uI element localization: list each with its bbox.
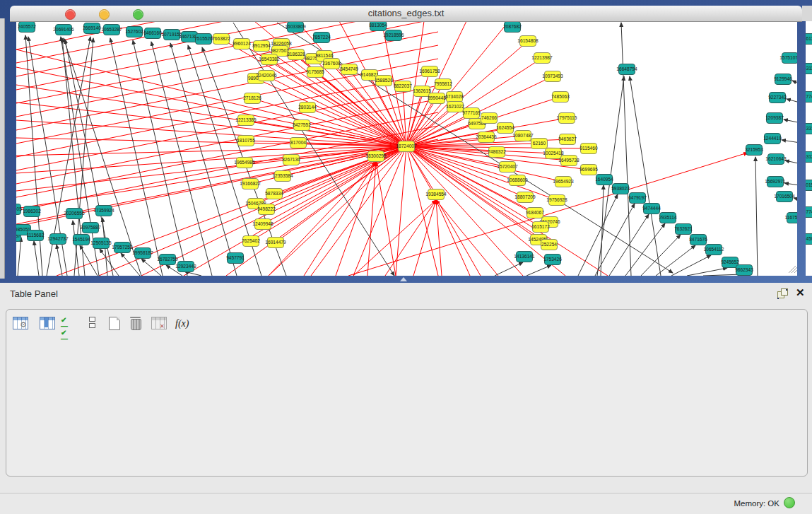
graph-node[interactable]: 2405572: [18, 22, 36, 33]
graph-node[interactable]: 62160: [531, 139, 548, 149]
show-column-icon[interactable]: [40, 317, 55, 329]
graph-node[interactable]: 15720407: [497, 162, 518, 173]
close-icon[interactable]: ✕: [796, 286, 805, 300]
graph-node[interactable]: 1615172: [531, 222, 550, 233]
graph-node[interactable]: 1861305: [801, 34, 812, 45]
graph-node[interactable]: 9699695: [579, 165, 598, 175]
graph-node[interactable]: 15692971: [765, 177, 786, 187]
graph-node[interactable]: 2669140: [83, 23, 101, 34]
graph-node[interactable]: 7485063: [551, 92, 570, 103]
graph-node[interactable]: 16914479: [265, 238, 286, 248]
graph-node[interactable]: 7632621: [674, 224, 693, 235]
panel-resize-handle[interactable]: [400, 277, 407, 281]
graph-node[interactable]: 9457791: [226, 253, 245, 264]
graph-node[interactable]: 817004: [290, 138, 307, 148]
graph-node[interactable]: 9184067: [526, 208, 544, 218]
graph-node[interactable]: 16782759: [157, 255, 178, 265]
graph-node[interactable]: 8427552: [293, 120, 311, 131]
select-all-icon[interactable]: ✔ —✔ —: [61, 317, 73, 342]
delete-column-icon[interactable]: [131, 317, 141, 330]
graph-node[interactable]: 8186328: [287, 49, 305, 60]
graph-node[interactable]: 1810755: [237, 136, 255, 146]
graph-node[interactable]: 1631154: [801, 64, 812, 74]
graph-node[interactable]: 9463627: [558, 134, 577, 145]
graph-node[interactable]: 7663822: [212, 34, 230, 45]
graph-node[interactable]: 19166822: [240, 179, 261, 189]
graph-node[interactable]: 1244419: [763, 134, 782, 144]
graph-node[interactable]: 12505135: [90, 238, 112, 249]
graph-node[interactable]: 8471676: [689, 235, 707, 245]
graph-node[interactable]: 1433115: [801, 124, 812, 134]
graph-node[interactable]: 8912954: [252, 41, 271, 52]
table-mode-icon[interactable]: ⚙: [13, 317, 28, 329]
graph-node[interactable]: 15751074: [779, 53, 801, 64]
graph-node[interactable]: 2935114: [659, 213, 677, 223]
graph-node[interactable]: 1209387: [765, 113, 784, 124]
graph-node[interactable]: 14136141: [514, 252, 535, 262]
graph-node[interactable]: 10688609: [507, 175, 528, 186]
graph-node[interactable]: 1588520: [375, 76, 393, 86]
graph-node[interactable]: 17975115: [557, 113, 577, 124]
graph-node[interactable]: 9862343: [735, 265, 753, 276]
graph-node[interactable]: 16543382: [259, 54, 280, 65]
function-builder-icon[interactable]: f(x): [175, 317, 189, 329]
graph-node[interactable]: 1101543: [801, 180, 812, 191]
create-column-icon[interactable]: [109, 317, 120, 330]
graph-node[interactable]: 7486322: [488, 147, 506, 158]
graph-node[interactable]: 10973493: [542, 71, 563, 82]
graph-node[interactable]: 6734028: [445, 92, 464, 103]
graph-node[interactable]: 16033809: [285, 22, 306, 33]
graph-node[interactable]: 16154808: [517, 36, 539, 47]
graph-node[interactable]: 6479197: [628, 193, 647, 204]
graph-node[interactable]: 9115460: [579, 144, 598, 154]
graph-node[interactable]: 17016504: [774, 192, 795, 202]
graph-node[interactable]: 1753426: [543, 255, 562, 265]
graph-node[interactable]: 8454749: [340, 64, 358, 75]
graph-node[interactable]: 18300295: [365, 151, 387, 162]
graph-node[interactable]: 2803144: [298, 103, 317, 113]
graph-node[interactable]: 1677432: [801, 207, 812, 218]
network-canvas[interactable]: 1872400724055722069140626691401065328715…: [0, 0, 812, 283]
graph-node[interactable]: 20691406: [53, 25, 74, 35]
graph-node[interactable]: 17957253: [112, 243, 133, 253]
graph-node[interactable]: 7515526: [194, 34, 213, 45]
graph-node[interactable]: 19756928: [546, 195, 567, 206]
graph-node[interactable]: 7955812: [434, 79, 452, 90]
graph-node[interactable]: 8960124: [233, 39, 251, 49]
graph-node[interactable]: 3215953: [745, 145, 763, 156]
graph-node[interactable]: 7625402: [242, 236, 260, 247]
delete-table-icon[interactable]: ✕: [151, 317, 167, 329]
graph-node[interactable]: 1986302: [23, 206, 41, 217]
graph-node[interactable]: 16210643: [765, 154, 787, 165]
graph-node[interactable]: 1631211: [801, 152, 812, 163]
float-panel-icon[interactable]: [777, 288, 788, 299]
row-height-icon[interactable]: [89, 317, 95, 329]
graph-node[interactable]: 5938023: [611, 184, 630, 194]
graph-node[interactable]: 22420046: [256, 71, 277, 81]
graph-node[interactable]: 10807487: [512, 131, 534, 141]
graph-node[interactable]: 11675334: [785, 213, 806, 223]
graph-node[interactable]: 12409948: [252, 219, 273, 230]
graph-node[interactable]: 19218596: [383, 30, 404, 41]
graph-node[interactable]: 12353584: [272, 171, 293, 182]
graph-node[interactable]: 12942737: [47, 234, 69, 245]
graph-node[interactable]: 9227343: [768, 93, 787, 103]
graph-node[interactable]: 7857224: [312, 33, 331, 43]
graph-node[interactable]: 19384554: [425, 189, 447, 200]
graph-node[interactable]: 18724007: [396, 141, 417, 152]
graph-node[interactable]: 19654985: [234, 158, 255, 168]
graph-node[interactable]: 746266: [481, 113, 498, 124]
graph-node[interactable]: 8267130: [282, 155, 300, 165]
graph-node[interactable]: 9175685: [306, 67, 324, 78]
graph-node[interactable]: 9498222: [257, 204, 276, 215]
graph-node[interactable]: 12923448: [175, 262, 196, 272]
graph-node[interactable]: 12213389: [235, 115, 257, 126]
graph-node[interactable]: 10654112: [704, 245, 724, 255]
graph-node[interactable]: 252254: [541, 240, 558, 250]
graph-node[interactable]: 20364436: [476, 132, 497, 143]
graph-node[interactable]: 1115682: [27, 230, 45, 241]
graph-node[interactable]: 18807209: [514, 192, 536, 203]
graph-node[interactable]: 2367608: [322, 59, 341, 69]
graph-node[interactable]: 16495738: [558, 156, 579, 166]
graph-node[interactable]: 1527602: [125, 27, 143, 37]
